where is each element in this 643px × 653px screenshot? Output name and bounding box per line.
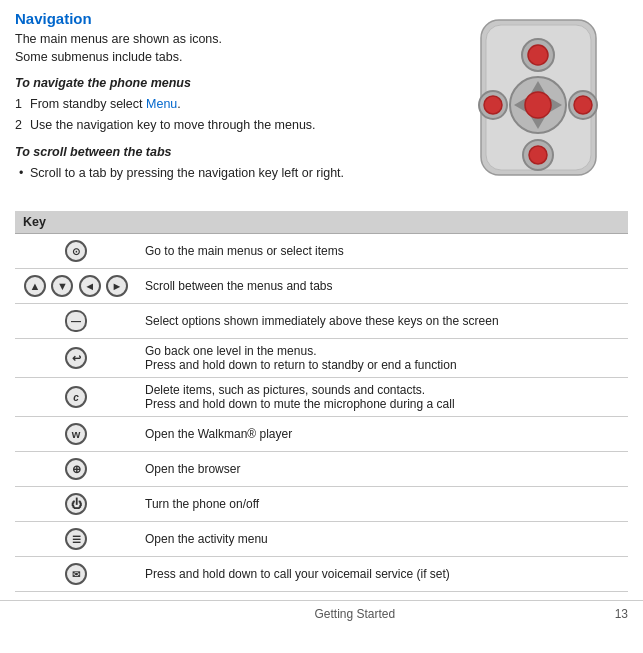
footer-bar: Getting Started 13 <box>0 600 643 627</box>
down-arrow-icon: ▼ <box>51 275 73 297</box>
power-key-icon: ⏻ <box>65 493 87 515</box>
key-icon-cell: c <box>15 378 137 417</box>
key-table-container: Key ⊙ Go to the main menus or select ite… <box>0 206 643 592</box>
menu-link: Menu <box>146 97 177 111</box>
table-row: ☰ Open the activity menu <box>15 522 628 557</box>
key-description: Delete items, such as pictures, sounds a… <box>137 378 628 417</box>
key-icon-cell: ⊙ <box>15 234 137 269</box>
table-row: ⊙ Go to the main menus or select items <box>15 234 628 269</box>
table-row: ⊕ Open the browser <box>15 452 628 487</box>
key-icon-cell: — <box>15 304 137 339</box>
bullet-item: Scroll to a tab by pressing the navigati… <box>15 164 438 183</box>
key-description: Open the Walkman® player <box>137 417 628 452</box>
key-description: Open the browser <box>137 452 628 487</box>
table-row: — Select options shown immediately above… <box>15 304 628 339</box>
key-icon-cell: ▲ ▼ ◄ ► <box>15 269 137 304</box>
svg-point-15 <box>529 146 547 164</box>
section2-heading: To scroll between the tabs <box>15 145 438 159</box>
right-arrow-icon: ► <box>106 275 128 297</box>
intro-text: The main menus are shown as icons. Some … <box>15 31 438 66</box>
steps-list: 1 From standby select Menu. 2 Use the na… <box>15 95 438 135</box>
key-description: Select options shown immediately above t… <box>137 304 628 339</box>
key-description: Turn the phone on/off <box>137 487 628 522</box>
walkman-key-icon: w <box>65 423 87 445</box>
table-row: w Open the Walkman® player <box>15 417 628 452</box>
softkey-icon: — <box>65 310 87 332</box>
browser-key-icon: ⊕ <box>65 458 87 480</box>
key-description: Scroll between the menus and tabs <box>137 269 628 304</box>
footer-page-number: 13 <box>615 607 628 621</box>
key-icon-cell: ⏻ <box>15 487 137 522</box>
back-key-icon: ↩ <box>65 347 87 369</box>
activity-key-icon: ☰ <box>65 528 87 550</box>
key-icon-cell: ☰ <box>15 522 137 557</box>
page-title: Navigation <box>15 10 438 27</box>
table-row: ▲ ▼ ◄ ► Scroll between the menus and tab… <box>15 269 628 304</box>
table-header: Key <box>15 211 628 234</box>
phone-illustration <box>448 10 628 196</box>
svg-point-3 <box>528 45 548 65</box>
svg-point-5 <box>484 96 502 114</box>
key-description: Open the activity menu <box>137 522 628 557</box>
key-icon-cell: w <box>15 417 137 452</box>
table-row: ↩ Go back one level in the menus.Press a… <box>15 339 628 378</box>
key-table: Key ⊙ Go to the main menus or select ite… <box>15 211 628 592</box>
key-description: Go back one level in the menus.Press and… <box>137 339 628 378</box>
key-icon-cell: ⊕ <box>15 452 137 487</box>
step-1: 1 From standby select Menu. <box>15 95 438 114</box>
table-row: c Delete items, such as pictures, sounds… <box>15 378 628 417</box>
center-key-icon: ⊙ <box>65 240 87 262</box>
phone-nav-svg <box>461 15 616 180</box>
key-description: Press and hold down to call your voicema… <box>137 557 628 592</box>
left-arrow-icon: ◄ <box>79 275 101 297</box>
voicemail-key-icon: ✉ <box>65 563 87 585</box>
key-description: Go to the main menus or select items <box>137 234 628 269</box>
table-row: ⏻ Turn the phone on/off <box>15 487 628 522</box>
step-2: 2 Use the navigation key to move through… <box>15 116 438 135</box>
svg-point-13 <box>525 92 551 118</box>
table-row: ✉ Press and hold down to call your voice… <box>15 557 628 592</box>
svg-point-7 <box>574 96 592 114</box>
bullets-list: Scroll to a tab by pressing the navigati… <box>15 164 438 183</box>
section1-heading: To navigate the phone menus <box>15 76 438 90</box>
key-icon-cell: ↩ <box>15 339 137 378</box>
footer-section: Getting Started <box>314 607 395 621</box>
key-icon-cell: ✉ <box>15 557 137 592</box>
up-arrow-icon: ▲ <box>24 275 46 297</box>
c-key-icon: c <box>65 386 87 408</box>
